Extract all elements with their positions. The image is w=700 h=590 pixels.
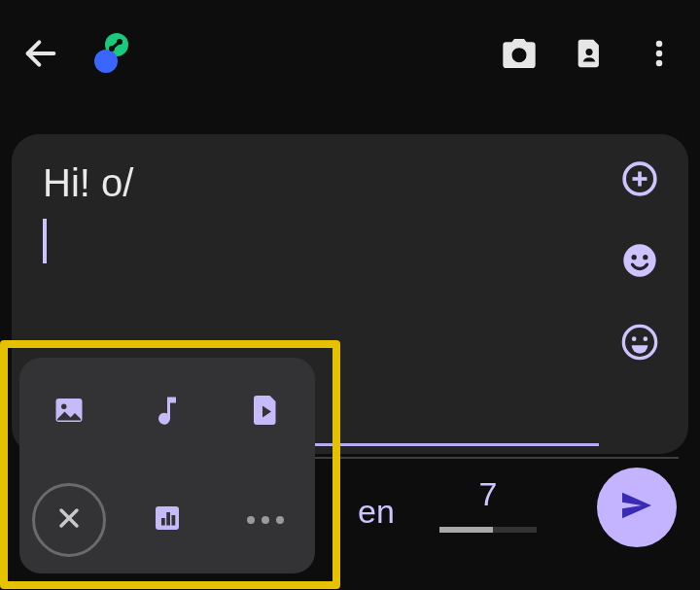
character-count-value: 7 xyxy=(439,475,537,513)
image-icon xyxy=(52,393,87,432)
add-circle-icon[interactable] xyxy=(618,157,661,200)
svg-point-8 xyxy=(656,51,663,57)
compose-text[interactable]: Hi! o/ xyxy=(43,161,657,205)
svg-point-2 xyxy=(94,50,118,73)
svg-rect-24 xyxy=(161,518,165,526)
attach-image-button[interactable] xyxy=(40,383,98,441)
language-selector[interactable]: en xyxy=(358,493,395,531)
attachment-popup xyxy=(19,358,315,573)
svg-point-13 xyxy=(623,244,655,276)
text-caret xyxy=(43,219,47,263)
attach-poll-button[interactable] xyxy=(138,491,196,549)
overflow-menu-icon[interactable] xyxy=(636,30,682,77)
more-attachments-button[interactable] xyxy=(236,491,295,549)
music-note-icon xyxy=(150,393,185,432)
emoji-grin-icon[interactable] xyxy=(618,321,661,364)
character-count: 7 xyxy=(439,475,537,533)
camera-icon[interactable] xyxy=(496,30,542,77)
send-icon xyxy=(617,486,656,529)
app-logo-icon xyxy=(88,30,134,77)
svg-point-18 xyxy=(644,336,648,341)
svg-rect-25 xyxy=(166,512,170,526)
contact-card-icon[interactable] xyxy=(566,30,612,77)
close-icon xyxy=(53,503,85,538)
more-horizontal-icon xyxy=(247,516,284,524)
svg-point-14 xyxy=(632,255,637,260)
emoji-smile-icon[interactable] xyxy=(618,239,661,282)
back-icon[interactable] xyxy=(18,30,64,77)
svg-rect-26 xyxy=(171,515,175,526)
poll-icon xyxy=(150,501,185,539)
svg-point-6 xyxy=(585,49,592,55)
svg-point-15 xyxy=(643,255,648,260)
send-button[interactable] xyxy=(597,468,677,547)
svg-point-20 xyxy=(61,403,66,408)
video-file-icon xyxy=(248,393,283,432)
svg-point-9 xyxy=(656,60,663,67)
svg-point-17 xyxy=(632,336,637,341)
attach-video-button[interactable] xyxy=(236,383,295,441)
character-count-bar xyxy=(439,527,537,533)
svg-point-7 xyxy=(656,41,663,48)
close-popup-button[interactable] xyxy=(32,483,106,557)
svg-point-5 xyxy=(515,51,524,59)
attach-audio-button[interactable] xyxy=(138,383,196,441)
